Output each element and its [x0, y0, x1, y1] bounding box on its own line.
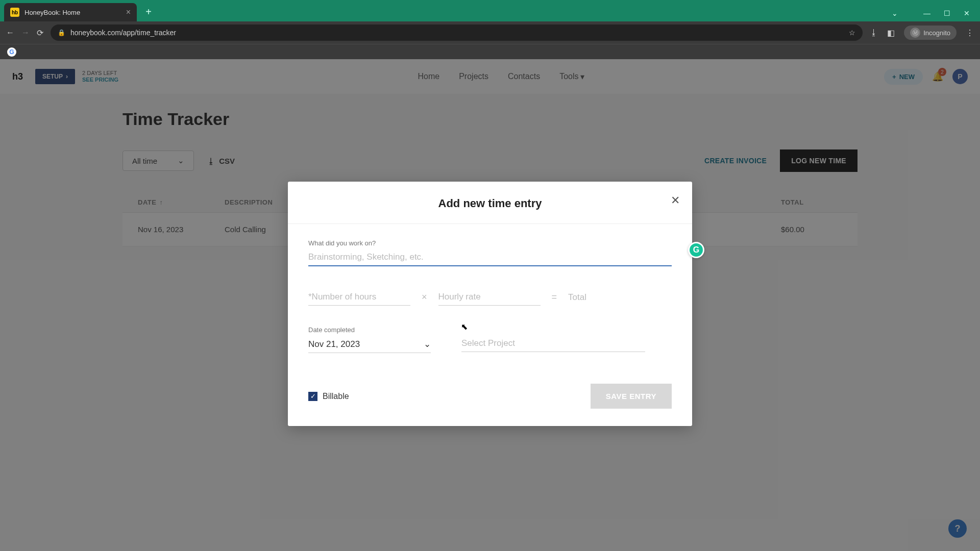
work-description-input[interactable]	[308, 249, 672, 266]
hourly-rate-input[interactable]	[438, 289, 541, 306]
hours-input[interactable]	[308, 289, 410, 306]
date-completed-dropdown[interactable]: Nov 21, 2023 ⌄	[308, 336, 431, 353]
downloads-icon[interactable]: ⭳	[870, 28, 878, 37]
close-icon[interactable]: ✕	[671, 194, 680, 207]
multiply-icon: ×	[422, 292, 427, 303]
new-tab-button[interactable]: +	[141, 4, 156, 19]
total-label: Total	[568, 292, 586, 303]
maximize-icon[interactable]: ☐	[944, 9, 950, 17]
tab-title: HoneyBook: Home	[24, 9, 80, 16]
billable-checkbox[interactable]: ✓	[308, 392, 317, 401]
forward-icon[interactable]: →	[21, 28, 30, 37]
menu-icon[interactable]: ⋮	[966, 28, 974, 38]
incognito-badge[interactable]: ㊙ Incognito	[904, 26, 957, 40]
favicon-icon: hb	[10, 8, 19, 17]
tabs-chevron-icon[interactable]: ⌄	[892, 9, 898, 17]
reload-icon[interactable]: ⟳	[37, 28, 43, 38]
window-controls: ⌄ — ☐ ✕	[892, 9, 980, 21]
select-project-input[interactable]	[461, 335, 645, 352]
equals-icon: =	[552, 292, 557, 303]
address-bar[interactable]: 🔒 honeybook.com/app/time_tracker ☆	[51, 24, 863, 41]
star-icon[interactable]: ☆	[849, 29, 855, 37]
chevron-down-icon: ⌄	[424, 339, 431, 349]
date-value: Nov 21, 2023	[308, 339, 360, 349]
tab-strip: hb HoneyBook: Home × + ⌄ — ☐ ✕	[0, 0, 980, 21]
close-window-icon[interactable]: ✕	[964, 9, 970, 17]
work-label: What did you work on?	[308, 239, 672, 247]
add-time-entry-modal: Add new time entry ✕ What did you work o…	[288, 182, 692, 426]
browser-tab[interactable]: hb HoneyBook: Home ×	[4, 3, 137, 21]
close-tab-icon[interactable]: ×	[126, 8, 131, 17]
panel-icon[interactable]: ◧	[887, 28, 895, 38]
google-bookmark-icon[interactable]: G	[7, 47, 16, 57]
modal-title: Add new time entry	[303, 197, 677, 210]
grammarly-icon[interactable]: G	[688, 242, 704, 258]
lock-icon: 🔒	[58, 29, 65, 36]
save-entry-button[interactable]: SAVE ENTRY	[591, 384, 672, 409]
date-label: Date completed	[308, 326, 431, 334]
billable-label: Billable	[323, 392, 349, 401]
minimize-icon[interactable]: —	[923, 9, 930, 17]
bookmarks-row: G	[0, 44, 980, 59]
url-text: honeybook.com/app/time_tracker	[70, 29, 176, 37]
back-icon[interactable]: ←	[6, 28, 14, 37]
address-row: ← → ⟳ 🔒 honeybook.com/app/time_tracker ☆…	[0, 21, 980, 44]
incognito-label: Incognito	[923, 29, 950, 37]
incognito-icon: ㊙	[910, 28, 920, 38]
